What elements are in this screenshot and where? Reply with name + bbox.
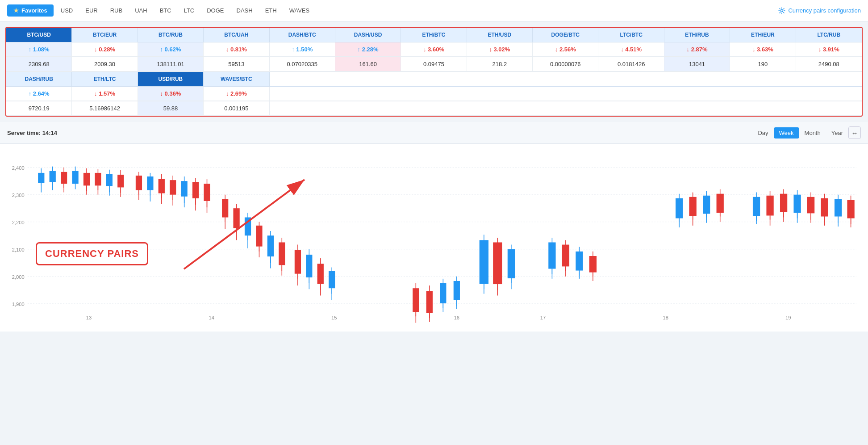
pair-change-ethrub[interactable]: ↓ 2.87% <box>664 42 730 57</box>
pair-header-dashrub[interactable]: DASH/RUB <box>6 72 72 86</box>
pair-price-ethltc[interactable]: 5.16986142 <box>72 101 138 116</box>
svg-point-0 <box>781 9 783 12</box>
pair-price-dashusd[interactable]: 161.60 <box>335 57 401 71</box>
pair-header-dashbtc[interactable]: DASH/BTC <box>270 28 335 42</box>
pair-price-ltcrub[interactable]: 2490.08 <box>796 57 862 71</box>
pair-empty <box>270 87 862 101</box>
nav-eth[interactable]: ETH <box>260 4 282 17</box>
svg-rect-50 <box>159 179 165 193</box>
pair-price-btcuah[interactable]: 59513 <box>204 57 269 71</box>
pair-change-btcuah[interactable]: ↓ 0.81% <box>204 42 269 57</box>
pair-change-etheur[interactable]: ↓ 3.63% <box>730 42 796 57</box>
pair-header-dogebtc[interactable]: DOGE/BTC <box>533 28 598 42</box>
pair-header-ethrub[interactable]: ETH/RUB <box>664 28 730 42</box>
svg-rect-128 <box>676 198 683 218</box>
svg-rect-24 <box>50 171 56 182</box>
pair-change-ltcbtc[interactable]: ↓ 4.51% <box>598 42 664 57</box>
nav-rub[interactable]: RUB <box>105 4 128 17</box>
nav-ltc[interactable]: LTC <box>179 4 200 17</box>
nav-waves[interactable]: WAVES <box>284 4 315 17</box>
nav-uah[interactable]: UAH <box>129 4 152 17</box>
pair-header-ltcbtc[interactable]: LTC/BTC <box>598 28 664 42</box>
svg-rect-89 <box>317 264 324 284</box>
pair-header-ethusd[interactable]: ETH/USD <box>467 28 533 42</box>
pair-change-btcusd[interactable]: ↑ 1.08% <box>6 42 72 57</box>
svg-rect-62 <box>204 184 210 201</box>
nav-doge[interactable]: DOGE <box>201 4 229 17</box>
pair-change-ethbtc[interactable]: ↓ 3.60% <box>401 42 467 57</box>
svg-rect-80 <box>279 242 285 265</box>
config-button[interactable]: Currency pairs configuration <box>778 7 861 14</box>
pair-change-usdrub[interactable]: ↓ 0.36% <box>138 87 204 101</box>
svg-rect-95 <box>413 288 419 312</box>
pair-change-ethusd[interactable]: ↓ 3.02% <box>467 42 533 57</box>
svg-rect-32 <box>83 173 90 185</box>
svg-rect-38 <box>106 174 113 186</box>
pair-header-ethltc[interactable]: ETH/LTC <box>72 72 138 86</box>
svg-text:2,400: 2,400 <box>12 165 25 171</box>
pair-header-btceur[interactable]: BTC/EUR <box>72 28 138 42</box>
pair-price-btcusd[interactable]: 2309.68 <box>6 57 72 71</box>
nav-eur[interactable]: EUR <box>80 4 103 17</box>
svg-text:2,100: 2,100 <box>12 247 25 252</box>
pair-header-etheur[interactable]: ETH/EUR <box>730 28 796 42</box>
main-chart: 2,400 2,300 2,200 2,100 2,000 1,900 13 1… <box>7 149 861 332</box>
pair-change-dashrub[interactable]: ↑ 2.64% <box>6 87 72 101</box>
pair-header-btcrub[interactable]: BTC/RUB <box>138 28 204 42</box>
pair-header-btcuah[interactable]: BTC/UAH <box>204 28 269 42</box>
pair-header-dashusd[interactable]: DASH/USD <box>335 28 401 42</box>
server-time: Server time: 14:14 <box>7 130 57 136</box>
svg-rect-53 <box>170 180 176 195</box>
svg-rect-101 <box>440 283 446 303</box>
pair-headers-row2: DASH/RUB ETH/LTC USD/RUB WAVES/BTC <box>6 72 862 87</box>
pair-header-usdrub[interactable]: USD/RUB <box>138 72 204 86</box>
pair-change-dogebtc[interactable]: ↓ 2.56% <box>533 42 598 57</box>
favorites-button[interactable]: ★ Favorites <box>7 4 54 17</box>
nav-btc[interactable]: BTC <box>154 4 177 17</box>
pair-header-ltcrub[interactable]: LTC/RUB <box>796 28 862 42</box>
pair-price-ethrub[interactable]: 13041 <box>664 57 730 71</box>
svg-rect-113 <box>508 249 515 278</box>
pair-change-ethltc[interactable]: ↓ 1.57% <box>72 87 138 101</box>
pair-change-dashusd[interactable]: ↑ 2.28% <box>335 42 401 57</box>
pair-price-dashbtc[interactable]: 0.07020335 <box>270 57 335 71</box>
pair-change-wavesbtc[interactable]: ↓ 2.69% <box>204 87 269 101</box>
svg-rect-30 <box>72 171 78 184</box>
time-day-button[interactable]: Day <box>752 127 773 139</box>
svg-text:13: 13 <box>86 315 92 320</box>
pair-change-btcrub[interactable]: ↑ 0.62% <box>138 42 204 57</box>
chart-header: Server time: 14:14 Day Week Month Year ↔ <box>0 122 868 144</box>
svg-rect-119 <box>562 245 569 267</box>
pair-change-btceur[interactable]: ↓ 0.28% <box>72 42 138 57</box>
svg-rect-98 <box>426 291 433 313</box>
pair-header-btcusd[interactable]: BTC/USD <box>6 28 72 42</box>
pair-price-wavesbtc[interactable]: 0.001195 <box>204 101 269 116</box>
pair-change-dashbtc[interactable]: ↑ 1.50% <box>270 42 335 57</box>
svg-text:17: 17 <box>540 315 546 320</box>
expand-button[interactable]: ↔ <box>848 126 861 139</box>
pair-price-btceur[interactable]: 2009.30 <box>72 57 138 71</box>
svg-rect-116 <box>548 242 555 269</box>
pair-price-btcrub[interactable]: 138111.01 <box>138 57 204 71</box>
pair-header-ethbtc[interactable]: ETH/BTC <box>401 28 467 42</box>
pair-changes-row2: ↑ 2.64% ↓ 1.57% ↓ 0.36% ↓ 2.69% <box>6 87 862 101</box>
pair-change-ltcrub[interactable]: ↓ 3.91% <box>796 42 862 57</box>
pair-price-usdrub[interactable]: 59.88 <box>138 101 204 116</box>
pair-price-etheur[interactable]: 190 <box>730 57 796 71</box>
time-week-button[interactable]: Week <box>774 127 799 139</box>
svg-rect-149 <box>793 195 801 213</box>
pair-price-dashrub[interactable]: 9720.19 <box>6 101 72 116</box>
time-year-button[interactable]: Year <box>826 127 848 139</box>
pair-price-ltcbtc[interactable]: 0.0181426 <box>598 57 664 71</box>
svg-rect-47 <box>147 176 153 190</box>
pair-price-ethbtc[interactable]: 0.09475 <box>401 57 467 71</box>
nav-usd[interactable]: USD <box>55 4 78 17</box>
time-month-button[interactable]: Month <box>799 127 826 139</box>
pair-price-ethusd[interactable]: 218.2 <box>467 57 533 71</box>
svg-rect-27 <box>61 172 67 184</box>
pair-header-wavesbtc[interactable]: WAVES/BTC <box>204 72 269 86</box>
pair-price-dogebtc[interactable]: 0.00000076 <box>533 57 598 71</box>
svg-rect-125 <box>589 256 597 273</box>
nav-dash[interactable]: DASH <box>231 4 258 17</box>
svg-rect-107 <box>480 240 488 284</box>
